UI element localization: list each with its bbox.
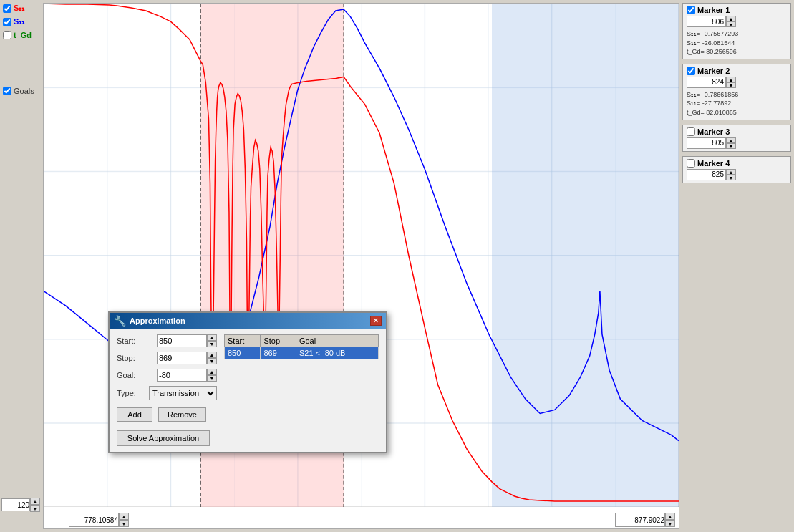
xstart-spinner[interactable]: ▲ ▼ — [119, 513, 129, 527]
marker-2-label: Marker 2 — [697, 67, 730, 75]
marker-3-checkbox[interactable] — [687, 127, 695, 136]
remove-button[interactable]: Remove — [158, 407, 206, 422]
marker-1-value-row: ▲ ▼ — [687, 16, 787, 27]
marker-2-spinner[interactable]: ▲ ▼ — [726, 77, 736, 88]
goals-toggle[interactable]: Goals — [3, 87, 40, 95]
start-down[interactable]: ▼ — [207, 341, 217, 347]
marker-2-checkbox[interactable] — [687, 67, 695, 75]
s21-checkbox[interactable] — [3, 4, 11, 13]
marker-4-up[interactable]: ▲ — [726, 169, 736, 175]
marker-2-s21: S₂₁= -0.78661856 — [687, 90, 787, 100]
stop-input[interactable] — [157, 352, 207, 364]
col-start: Start — [225, 335, 261, 347]
goal-down[interactable]: ▼ — [207, 375, 217, 382]
xstart-up[interactable]: ▲ — [119, 513, 129, 520]
row-start: 850 — [225, 347, 261, 359]
dialog-icon: 🔧 — [114, 315, 126, 327]
marker-4-header-left: Marker 4 — [687, 159, 730, 168]
dialog-body: Start: ▲ ▼ Stop: — [110, 329, 386, 452]
marker-1-up[interactable]: ▲ — [726, 16, 736, 21]
marker-1-checkbox[interactable] — [687, 6, 695, 14]
marker-3-spinner[interactable]: ▲ ▼ — [726, 137, 736, 149]
tgd-checkbox[interactable] — [3, 31, 11, 39]
stop-up[interactable]: ▲ — [207, 352, 217, 358]
marker-1-s21: S₂₁= -0.75677293 — [687, 29, 787, 39]
start-input-container: ▲ ▼ — [157, 334, 217, 347]
approximation-dialog: 🔧 Approximation ✕ Start: ▲ — [108, 311, 387, 453]
goal-input[interactable] — [157, 369, 207, 382]
xend-spinner[interactable]: ▲ ▼ — [665, 513, 675, 527]
xend-up[interactable]: ▲ — [665, 513, 675, 520]
goal-label: Goal: — [117, 371, 144, 379]
right-panel: Marker 1 ▲ ▼ S₂₁= -0.75677293 S₁₁= -26.0… — [679, 0, 794, 532]
marker-3-header: Marker 3 — [687, 127, 787, 136]
marker-4-label: Marker 4 — [697, 159, 730, 168]
marker-2-down[interactable]: ▼ — [726, 82, 736, 88]
marker-4-checkbox[interactable] — [687, 159, 695, 168]
marker-2-up[interactable]: ▲ — [726, 77, 736, 82]
marker-3-header-left: Marker 3 — [687, 127, 730, 136]
marker-3-panel: Marker 3 ▲ ▼ — [682, 125, 791, 152]
marker-2-tgd: t_Gd= 82.010865 — [687, 108, 787, 117]
dialog-action-buttons: Add Remove — [117, 407, 217, 422]
solve-approximation-button[interactable]: Solve Approximation — [117, 430, 210, 446]
stop-down[interactable]: ▼ — [207, 358, 217, 364]
col-goal: Goal — [296, 335, 378, 347]
goal-input-container: ▲ ▼ — [157, 369, 217, 382]
main-container: S₂₁ S₁₁ t_Gd Goals ▲ ▼ — [0, 0, 794, 532]
marker-2-value-row: ▲ ▼ — [687, 77, 787, 88]
table-row[interactable]: 850 869 S21 < -80 dB — [225, 347, 379, 359]
marker-3-down[interactable]: ▼ — [726, 143, 736, 149]
marker-4-header: Marker 4 — [687, 159, 787, 168]
marker-1-s11: S₁₁= -26.081544 — [687, 39, 787, 48]
marker-3-input[interactable] — [687, 137, 726, 149]
marker-2-header-left: Marker 2 — [687, 67, 730, 75]
goal-up[interactable]: ▲ — [207, 369, 217, 375]
s11-label: S₁₁ — [14, 17, 24, 26]
type-select[interactable]: Transmission Reflection — [149, 386, 217, 400]
marker-1-input[interactable] — [687, 16, 726, 27]
start-up[interactable]: ▲ — [207, 334, 217, 341]
marker-2-input[interactable] — [687, 77, 726, 88]
marker-4-panel: Marker 4 ▲ ▼ — [682, 156, 791, 183]
marker-1-down[interactable]: ▼ — [726, 21, 736, 27]
ymin-control[interactable]: ▲ ▼ — [1, 498, 40, 512]
dialog-titlebar[interactable]: 🔧 Approximation ✕ — [110, 313, 386, 329]
goal-spinner[interactable]: ▲ ▼ — [207, 369, 217, 382]
ymin-input[interactable] — [1, 498, 30, 511]
ymin-up[interactable]: ▲ — [30, 498, 40, 505]
stop-spinner[interactable]: ▲ ▼ — [207, 352, 217, 364]
dialog-window: 🔧 Approximation ✕ Start: ▲ — [108, 311, 387, 453]
marker-1-label: Marker 1 — [697, 6, 730, 14]
marker-4-spinner[interactable]: ▲ ▼ — [726, 169, 736, 180]
type-row: Type: Transmission Reflection — [117, 386, 217, 400]
goals-label: Goals — [14, 87, 34, 95]
xstart-input[interactable] — [69, 513, 119, 527]
xstart-down[interactable]: ▼ — [119, 520, 129, 527]
xend-down[interactable]: ▼ — [665, 520, 675, 527]
stop-label: Stop: — [117, 354, 144, 362]
s11-toggle[interactable]: S₁₁ — [3, 17, 40, 26]
add-button[interactable]: Add — [117, 407, 152, 422]
start-input[interactable] — [157, 334, 207, 347]
ymin-spinner[interactable]: ▲ ▼ — [30, 498, 40, 512]
tgd-toggle[interactable]: t_Gd — [3, 31, 40, 39]
ymin-down[interactable]: ▼ — [30, 505, 40, 512]
start-spinner[interactable]: ▲ ▼ — [207, 334, 217, 347]
goals-checkbox[interactable] — [3, 87, 11, 95]
marker-1-tgd: t_Gd= 80.256596 — [687, 47, 787, 57]
chart-area: 0 -20 -40 -60 -80 -100 -120 780 800 820 … — [43, 3, 679, 529]
marker-1-spinner[interactable]: ▲ ▼ — [726, 16, 736, 27]
stop-row: Stop: ▲ ▼ — [117, 352, 217, 364]
marker-4-down[interactable]: ▼ — [726, 175, 736, 180]
tgd-label: t_Gd — [14, 31, 32, 39]
s21-toggle[interactable]: S₂₁ — [3, 4, 40, 13]
s11-checkbox[interactable] — [3, 18, 11, 26]
dialog-title-left: 🔧 Approximation — [114, 315, 185, 327]
dialog-left-panel: Start: ▲ ▼ Stop: — [117, 334, 217, 446]
goal-row: Goal: ▲ ▼ — [117, 369, 217, 382]
marker-3-up[interactable]: ▲ — [726, 137, 736, 143]
xend-input[interactable] — [615, 513, 665, 527]
marker-4-input[interactable] — [687, 169, 726, 180]
dialog-close-button[interactable]: ✕ — [370, 316, 382, 326]
